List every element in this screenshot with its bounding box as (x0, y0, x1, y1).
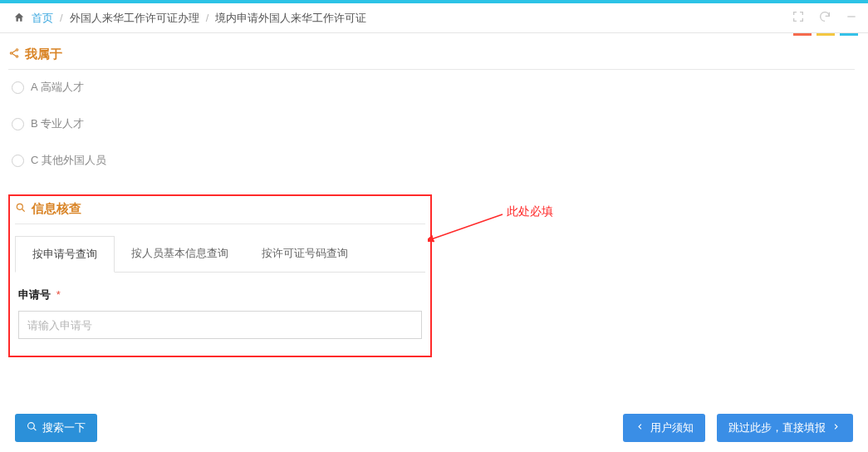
svg-point-1 (10, 52, 12, 54)
bottom-bar: 搜索一下 用户须知 跳过此步，直接填报 (0, 414, 868, 442)
infocheck-title: 信息核查 (15, 201, 425, 224)
application-no-label: 申请号 (18, 288, 51, 301)
radio-option-c[interactable]: C 其他外国人员 (12, 153, 855, 168)
home-icon (13, 12, 25, 24)
svg-point-2 (16, 56, 17, 57)
skip-fill-button[interactable]: 跳过此步，直接填报 (717, 414, 853, 442)
category-title: 我属于 (8, 47, 855, 70)
svg-point-3 (17, 204, 22, 209)
accent-strip (793, 33, 858, 36)
radio-icon (12, 81, 24, 94)
svg-point-0 (16, 49, 17, 51)
arrow-left-icon (635, 421, 645, 435)
breadcrumb-sep: / (60, 12, 63, 24)
tab-by-application-no[interactable]: 按申请号查询 (15, 236, 115, 273)
toolbar-icons (792, 10, 858, 26)
tab-by-person-info[interactable]: 按人员基本信息查询 (115, 236, 245, 272)
breadcrumb-home[interactable]: 首页 (32, 11, 53, 26)
radio-icon (12, 155, 24, 167)
arrow-right-icon (831, 421, 841, 435)
search-icon (15, 202, 27, 216)
share-icon (8, 47, 20, 61)
radio-option-b[interactable]: B 专业人才 (12, 116, 855, 131)
category-options: A 高端人才 B 专业人才 C 其他外国人员 (12, 80, 855, 168)
fullscreen-icon[interactable] (792, 10, 805, 26)
search-button[interactable]: 搜索一下 (15, 414, 97, 442)
infocheck-highlight-box: 信息核查 按申请号查询 按人员基本信息查询 按许可证号码查询 申请号 * (8, 194, 432, 357)
infocheck-tabs: 按申请号查询 按人员基本信息查询 按许可证号码查询 (15, 236, 425, 273)
breadcrumb-level1: 外国人来华工作许可证办理 (70, 11, 199, 26)
user-notice-button[interactable]: 用户须知 (623, 414, 705, 442)
search-icon (27, 421, 37, 435)
refresh-icon[interactable] (818, 10, 831, 26)
radio-icon (12, 118, 24, 130)
breadcrumb: 首页 / 外国人来华工作许可证办理 / 境内申请外国人来华工作许可证 (13, 11, 366, 26)
minimize-icon[interactable] (845, 10, 858, 26)
breadcrumb-level2: 境内申请外国人来华工作许可证 (215, 11, 366, 26)
radio-option-a[interactable]: A 高端人才 (12, 80, 855, 95)
breadcrumb-bar: 首页 / 外国人来华工作许可证办理 / 境内申请外国人来华工作许可证 (0, 3, 868, 33)
application-no-input[interactable] (18, 311, 422, 339)
tab-by-permit-no[interactable]: 按许可证号码查询 (245, 236, 365, 272)
required-mark: * (56, 288, 61, 301)
breadcrumb-sep: / (206, 12, 209, 24)
application-no-field: 申请号 * (15, 287, 425, 339)
